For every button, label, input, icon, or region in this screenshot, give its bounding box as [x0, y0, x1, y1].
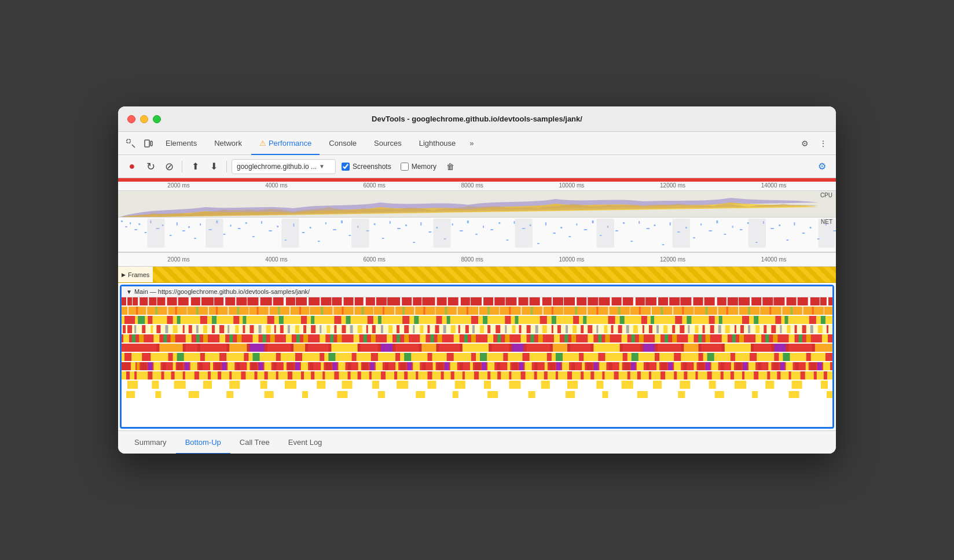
svg-rect-434 [397, 334, 400, 342]
svg-rect-580 [774, 353, 779, 361]
svg-rect-259 [301, 316, 307, 324]
tab-network[interactable]: Network [206, 132, 250, 155]
separator-2 [226, 161, 227, 172]
minimize-button[interactable] [140, 115, 148, 123]
tab-call-tree[interactable]: Call Tree [230, 431, 279, 454]
memory-profiler-icon[interactable]: 🗑 [442, 159, 458, 175]
svg-rect-203 [414, 307, 415, 315]
frames-expand-icon[interactable]: ▶ [122, 272, 126, 278]
svg-rect-560 [556, 353, 563, 361]
tab-lighthouse[interactable]: Lighthouse [411, 132, 464, 155]
svg-rect-470 [698, 334, 702, 342]
reload-button[interactable]: ↻ [142, 159, 159, 175]
svg-rect-465 [655, 334, 661, 342]
svg-rect-157 [645, 297, 645, 305]
flame-chart[interactable] [122, 297, 832, 427]
svg-rect-619 [321, 362, 324, 370]
svg-rect-409 [186, 334, 192, 342]
svg-rect-207 [457, 307, 458, 315]
svg-rect-188 [257, 307, 259, 315]
svg-rect-542 [359, 353, 368, 361]
svg-rect-571 [674, 353, 681, 361]
svg-rect-236 [769, 307, 771, 315]
svg-rect-238 [791, 307, 793, 315]
inspect-icon[interactable] [123, 135, 139, 152]
clear-button[interactable]: ⊘ [161, 159, 177, 175]
svg-rect-193 [309, 307, 310, 315]
svg-rect-612 [278, 362, 282, 370]
tab-performance[interactable]: ⚠ Performance [251, 132, 320, 155]
svg-rect-561 [566, 353, 576, 361]
svg-rect-120 [214, 297, 214, 305]
svg-rect-399 [827, 325, 828, 333]
tab-elements[interactable]: Elements [157, 132, 205, 155]
svg-rect-538 [320, 353, 324, 361]
url-select[interactable]: googlechrome.github.io ... ▼ [232, 159, 336, 174]
svg-rect-367 [581, 325, 584, 333]
menu-icon[interactable]: ⋮ [815, 135, 831, 152]
svg-rect-467 [672, 334, 677, 342]
svg-rect-141 [458, 297, 461, 305]
tab-more-button[interactable]: » [465, 139, 478, 148]
screenshots-checkbox[interactable] [342, 163, 350, 171]
svg-rect-234 [748, 307, 750, 315]
svg-rect-451 [538, 334, 543, 342]
screenshots-checkbox-label[interactable]: Screenshots [342, 163, 391, 171]
tab-bottom-up[interactable]: Bottom-Up [176, 431, 230, 454]
svg-rect-127 [295, 297, 296, 305]
svg-rect-111 [126, 297, 127, 305]
memory-checkbox-label[interactable]: Memory [401, 163, 436, 171]
device-icon[interactable] [140, 135, 156, 152]
tab-event-log[interactable]: Event Log [279, 431, 332, 454]
svg-rect-732 [474, 371, 479, 380]
svg-rect-722 [358, 371, 361, 380]
svg-rect-582 [793, 353, 803, 361]
svg-rect-302 [784, 316, 788, 324]
svg-rect-368 [588, 325, 592, 333]
svg-rect-694 [786, 362, 792, 370]
svg-rect-318 [203, 325, 207, 333]
svg-rect-642 [464, 362, 469, 370]
net-screenshots-strip: NET [118, 218, 836, 252]
svg-rect-377 [656, 325, 659, 333]
tab-console[interactable]: Console [321, 132, 365, 155]
svg-rect-205 [435, 307, 436, 315]
svg-rect-347 [427, 325, 430, 333]
svg-rect-754 [731, 371, 734, 380]
svg-rect-493 [267, 344, 291, 352]
svg-rect-662 [586, 362, 592, 370]
svg-rect-652 [525, 362, 532, 370]
frames-track[interactable]: ▶ Frames [118, 267, 836, 283]
frames-label-area[interactable]: ▶ Frames [118, 267, 153, 282]
svg-rect-150 [563, 297, 564, 305]
tab-summary[interactable]: Summary [125, 431, 176, 454]
svg-rect-212 [509, 307, 511, 315]
svg-rect-741 [581, 371, 584, 380]
record-button[interactable]: ● [124, 159, 140, 175]
maximize-button[interactable] [153, 115, 161, 123]
svg-rect-784 [680, 381, 690, 389]
svg-rect-221 [608, 307, 609, 315]
svg-rect-609 [259, 362, 263, 370]
svg-rect-593 [162, 362, 166, 370]
collapse-icon[interactable]: ▼ [126, 289, 132, 295]
svg-rect-253 [233, 316, 239, 324]
svg-rect-692 [773, 362, 779, 370]
svg-rect-202 [402, 307, 405, 315]
performance-settings-icon[interactable]: ⚙ [814, 159, 830, 175]
svg-rect-648 [501, 362, 506, 370]
download-button[interactable]: ⬇ [206, 159, 222, 175]
svg-rect-633 [407, 362, 412, 370]
svg-rect-292 [675, 316, 682, 324]
svg-rect-767 [203, 381, 212, 389]
warning-icon: ⚠ [259, 139, 266, 148]
svg-rect-423 [303, 334, 308, 342]
settings-icon[interactable]: ⚙ [797, 135, 813, 152]
memory-checkbox[interactable] [401, 163, 409, 171]
svg-rect-66 [576, 223, 577, 226]
tab-sources[interactable]: Sources [366, 132, 410, 155]
svg-rect-100 [147, 219, 164, 248]
svg-rect-158 [656, 297, 658, 305]
close-button[interactable] [127, 115, 135, 123]
upload-button[interactable]: ⬆ [187, 159, 203, 175]
